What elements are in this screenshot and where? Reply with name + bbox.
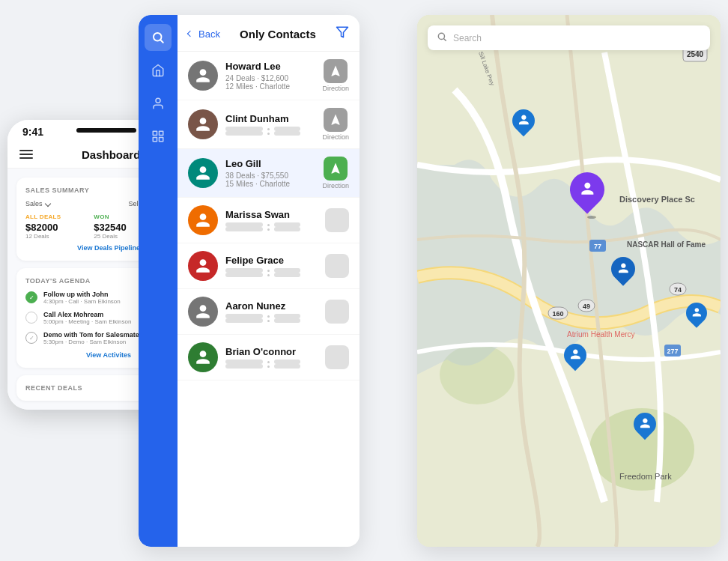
sales-chevron: [44, 201, 50, 207]
contact-meta-felipe2: [225, 273, 318, 277]
svg-text:Discovery Place Sc: Discovery Place Sc: [619, 195, 695, 204]
contacts-sidebar: [139, 15, 178, 547]
map-pin-5[interactable]: [634, 413, 656, 435]
map-search-placeholder: Search: [453, 33, 482, 43]
all-deals: ALL DEALS $82000 12 Deals: [25, 213, 61, 240]
all-deals-amount: $82000: [25, 222, 61, 233]
won-deals-label: WON: [94, 213, 126, 220]
back-button[interactable]: Back: [188, 28, 220, 40]
won-deals-count: 25 Deals: [94, 233, 126, 240]
contact-felipe-grace[interactable]: Felipe Grace: [178, 243, 360, 289]
map-pin-4[interactable]: [564, 344, 586, 366]
meta-dot-2: [267, 133, 270, 135]
map-pin-active[interactable]: [570, 172, 604, 207]
back-chevron: [187, 31, 193, 37]
contact-name-brian: Brian O'connor: [225, 346, 318, 357]
agenda-check-3: [25, 332, 37, 344]
direction-placeholder-felipe: [325, 254, 349, 278]
svg-rect-6: [153, 138, 157, 142]
contact-name-felipe: Felipe Grace: [225, 255, 318, 266]
map-pin-2[interactable]: [611, 257, 635, 281]
contacts-panel: Back Only Contacts Howard Lee: [139, 15, 360, 547]
main-container: 9:41 📶 🔋 Dashboard + SALES S: [0, 0, 728, 561]
avatar-clint-dunham: [188, 109, 218, 139]
contact-clint-dunham[interactable]: Clint Dunham: [178, 100, 360, 149]
contact-info-felipe: Felipe Grace: [225, 255, 318, 277]
direction-btn-howard[interactable]: Direction: [322, 59, 349, 92]
direction-btn-clint[interactable]: Direction: [322, 108, 349, 141]
contact-info-marissa: Marissa Swan: [225, 209, 318, 231]
map-search-icon: [437, 31, 447, 44]
sidebar-home-icon[interactable]: [145, 57, 172, 84]
map-pin-3[interactable]: [686, 303, 707, 324]
contact-meta-leo: 38 Deals · $75,550: [225, 172, 315, 180]
sidebar-search-icon[interactable]: [145, 24, 172, 51]
map-search-bar[interactable]: Search: [428, 25, 710, 50]
svg-text:160: 160: [552, 310, 563, 318]
direction-label-leo: Direction: [322, 182, 349, 189]
contact-marissa-swan[interactable]: Marissa Swan: [178, 198, 360, 243]
contact-info-aaron: Aaron Nunez: [225, 300, 318, 323]
contacts-list: Howard Lee 24 Deals · $12,600 12 Miles ·…: [178, 52, 360, 547]
sidebar-grid-icon[interactable]: [145, 123, 172, 150]
contact-name-howard: Howard Lee: [225, 61, 315, 72]
avatar-marissa-swan: [188, 205, 218, 235]
direction-icon-brian: [325, 345, 349, 369]
contact-name-clint: Clint Dunham: [225, 113, 315, 124]
contact-meta-brian2: [225, 364, 318, 369]
contact-info-howard: Howard Lee 24 Deals · $12,600 12 Miles ·…: [225, 61, 315, 91]
contacts-main: Back Only Contacts Howard Lee: [178, 15, 360, 547]
svg-text:Atrium Health Mercy: Atrium Health Mercy: [567, 330, 635, 339]
direction-placeholder-marissa: [325, 208, 349, 232]
sidebar-person-icon[interactable]: [145, 90, 172, 117]
svg-line-1: [160, 40, 163, 42]
contacts-title: Only Contacts: [240, 28, 316, 40]
agenda-check-1: [25, 291, 37, 303]
svg-text:77: 77: [594, 243, 601, 250]
contacts-header: Back Only Contacts: [178, 15, 360, 52]
all-deals-count: 12 Deals: [25, 233, 61, 240]
svg-text:74: 74: [674, 286, 682, 294]
hamburger-button[interactable]: [19, 150, 33, 159]
direction-icon-leo: [324, 157, 348, 181]
direction-label-howard: Direction: [322, 85, 349, 92]
filter-icon[interactable]: [336, 25, 349, 42]
contact-leo-gill[interactable]: Leo Gill 38 Deals · $75,550 15 Miles · C…: [178, 149, 360, 198]
meta-line-4: [274, 131, 300, 136]
svg-marker-7: [337, 27, 348, 37]
svg-line-30: [444, 39, 446, 41]
avatar-aaron-nunez: [188, 297, 218, 327]
contact-brian-oconnor[interactable]: Brian O'connor: [178, 335, 360, 380]
direction-btn-leo[interactable]: Direction: [322, 157, 349, 189]
meta-dot-1: [267, 128, 270, 130]
contact-meta-howard2: 12 Miles · Charlotte: [225, 82, 315, 91]
contact-name-aaron: Aaron Nunez: [225, 300, 318, 312]
contact-meta-leo2: 15 Miles · Charlotte: [225, 180, 315, 188]
contact-meta-aaron2: [225, 318, 318, 323]
svg-rect-4: [160, 131, 163, 135]
direction-icon-felipe: [325, 254, 349, 278]
direction-icon-aaron: [325, 300, 349, 324]
svg-text:Freedom Park: Freedom Park: [619, 472, 672, 481]
svg-point-2: [156, 98, 160, 103]
contact-meta-clint2: [225, 131, 315, 136]
direction-icon-clint: [324, 108, 348, 132]
pin-shadow: [587, 216, 596, 219]
contact-info-brian: Brian O'connor: [225, 346, 318, 369]
contact-meta-howard: 24 Deals · $12,600: [225, 74, 315, 82]
sales-filter[interactable]: Sales: [25, 200, 50, 207]
contact-howard-lee[interactable]: Howard Lee 24 Deals · $12,600 12 Miles ·…: [178, 52, 360, 100]
avatar-felipe-grace: [188, 251, 218, 281]
contact-aaron-nunez[interactable]: Aaron Nunez: [178, 289, 360, 335]
map-pin-1[interactable]: [512, 109, 535, 132]
contact-name-marissa: Marissa Swan: [225, 209, 318, 220]
direction-placeholder-brian: [325, 345, 349, 369]
direction-placeholder-aaron: [325, 300, 349, 324]
contact-info-clint: Clint Dunham: [225, 113, 315, 136]
all-deals-label: ALL DEALS: [25, 213, 61, 220]
direction-icon-marissa: [325, 208, 349, 232]
avatar-howard-lee: [188, 61, 218, 91]
phone-notch: [76, 128, 136, 133]
contact-meta-marissa2: [225, 227, 318, 231]
won-deals-amount: $32540: [94, 222, 126, 233]
